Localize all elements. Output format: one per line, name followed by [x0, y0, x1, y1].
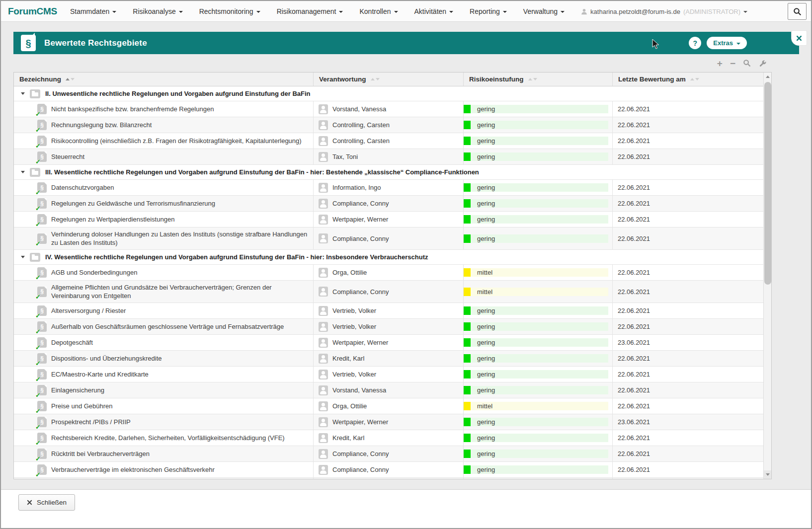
search-icon: [793, 7, 802, 16]
risikoeinstufung-cell: mittel: [464, 265, 613, 280]
scrollbar-thumb[interactable]: [764, 82, 771, 285]
table-row[interactable]: §Rechtsbereich Kredite, Darlehen, Sicher…: [14, 430, 763, 446]
close-button[interactable]: Schließen: [18, 494, 75, 511]
global-search-button[interactable]: [788, 3, 807, 20]
table-row[interactable]: §Verbraucherverträge im elektronischen G…: [14, 462, 763, 478]
risk-color-bar: [464, 199, 471, 208]
risikoeinstufung-cell: gering: [464, 351, 613, 366]
chevron-down-icon: [112, 11, 116, 13]
paragraph-check-icon: §: [37, 337, 47, 348]
risk-label: gering: [471, 465, 495, 474]
verantwortung-cell: Vorstand, Vanessa: [314, 382, 464, 398]
risk-label: gering: [471, 370, 495, 378]
group-row[interactable]: II. Unwesentliche rechtliche Regelungen …: [14, 86, 763, 101]
column-header-letzte-bewertung-am[interactable]: Letzte Bewertung am: [613, 73, 763, 86]
extras-button[interactable]: Extras: [707, 37, 747, 49]
menu-item-risikoanalyse[interactable]: Risikoanalyse: [133, 7, 182, 15]
verantwortung-cell: Compliance, Conny: [314, 281, 464, 302]
scroll-down-icon[interactable]: [764, 470, 772, 479]
app-logo[interactable]: ForumCMS: [8, 6, 57, 17]
help-button[interactable]: ?: [689, 37, 701, 49]
table-row[interactable]: §Prospektrecht /PIBs / PRIIPWertpapier, …: [14, 414, 763, 430]
risikoeinstufung-cell: gering: [464, 319, 613, 334]
column-header-risikoeinstufung[interactable]: Risikoeinstufung: [464, 73, 613, 86]
menu-item-verwaltung[interactable]: Verwaltung: [523, 7, 565, 15]
rechtsgebiet-name-cell: §Prospektrecht /PIBs / PRIIP: [14, 414, 314, 430]
table-row[interactable]: §AGB und SonderbedingungenOrga, Ottiliem…: [14, 265, 763, 281]
table-row[interactable]: §Verhinderung doloser Handlungen zu Last…: [14, 227, 763, 250]
table-row[interactable]: §EinlagensicherungVorstand, Vanessagerin…: [14, 382, 763, 398]
table-row[interactable]: §Regelungen zu Geldwäsche und Terrorismu…: [14, 196, 763, 212]
table-row[interactable]: §Preise und GebührenOrga, Ottiliemittel2…: [14, 398, 763, 414]
letzte-bewertung-cell: 22.06.2021: [613, 367, 763, 382]
user-menu[interactable]: katharina.petzoldt@forum-is.de (ADMINIST…: [581, 1, 747, 22]
person-icon: [319, 152, 328, 162]
sort-icons: [528, 78, 537, 80]
paragraph-check-icon: §: [37, 267, 47, 278]
vertical-scrollbar[interactable]: [763, 73, 772, 479]
search-icon[interactable]: [743, 59, 751, 67]
table-row[interactable]: §Allgemeine Pflichten und Grundsätze bei…: [14, 281, 763, 303]
wrench-icon[interactable]: [758, 59, 766, 67]
menu-item-kontrollen[interactable]: Kontrollen: [359, 7, 398, 15]
chevron-down-icon: [561, 11, 565, 13]
group-label: II. Unwesentliche rechtliche Regelungen …: [45, 90, 311, 97]
table-row[interactable]: §Regelungen zu Wertpapierdienstleistunge…: [14, 212, 763, 227]
column-header-verantwortung[interactable]: Verantwortung: [314, 73, 464, 86]
table-row[interactable]: §Werbung und WettbewerbsrechtMarketing, …: [14, 478, 763, 479]
chevron-down-icon: [743, 11, 747, 13]
rechtsgebiet-name-cell: §Depotgeschäft: [14, 335, 314, 350]
letzte-bewertung-cell: 22.06.2021: [613, 462, 763, 477]
table-row[interactable]: §Risikocontrolling (einschließlich z.B. …: [14, 133, 763, 149]
person-icon: [319, 401, 328, 411]
menu-item-reporting[interactable]: Reporting: [470, 7, 507, 15]
risikoeinstufung-cell: gering: [464, 196, 613, 211]
person-icon: [319, 104, 328, 114]
close-panel-button[interactable]: [791, 30, 807, 46]
table-row[interactable]: §DepotgeschäftWertpapier, Wernergering23…: [14, 335, 763, 351]
table-row[interactable]: §Dispositions- und ÜberziehungskrediteKr…: [14, 351, 763, 367]
collapse-caret-icon[interactable]: [21, 92, 25, 95]
panel-header: § Bewertete Rechtsgebiete ? Extras: [13, 32, 799, 54]
column-header-bezeichnung[interactable]: Bezeichnung: [14, 73, 314, 86]
group-row[interactable]: IV. Wesentliche rechtliche Regelungen un…: [14, 250, 763, 265]
scroll-up-icon[interactable]: [764, 73, 772, 81]
table-row[interactable]: §SteuerrechtTax, Tonigering22.06.2021: [14, 149, 763, 165]
menu-item-stammdaten[interactable]: Stammdaten: [70, 7, 116, 15]
risk-label: gering: [471, 234, 495, 243]
letzte-bewertung-cell: 22.06.2021: [613, 212, 763, 227]
risikoeinstufung-cell: gering: [464, 101, 613, 117]
table-row[interactable]: §Außerhalb von Geschäftsräumen geschloss…: [14, 319, 763, 335]
verantwortung-cell: Compliance, Conny: [314, 227, 464, 249]
table-row[interactable]: §DatenschutzvorgabenInformation, Ingoger…: [14, 180, 763, 196]
table-row[interactable]: §Rücktritt bei VerbraucherverträgenCompl…: [14, 446, 763, 462]
paragraph-check-icon: §: [37, 287, 47, 297]
risk-label: mittel: [471, 268, 492, 277]
table-row[interactable]: §Rechnungslegung bzw. BilanzrechtControl…: [14, 117, 763, 133]
verantwortung-cell: Vertrieb, Volker: [314, 303, 464, 318]
group-label: IV. Wesentliche rechtliche Regelungen un…: [45, 253, 428, 261]
verantwortung-cell: Vertrieb, Volker: [314, 367, 464, 382]
group-row[interactable]: III. Wesentliche rechtliche Regelungen u…: [14, 165, 763, 180]
add-icon[interactable]: +: [717, 59, 723, 68]
collapse-caret-icon[interactable]: [21, 256, 25, 258]
table-row[interactable]: §EC/Maestro-Karte und KreditkarteVertrie…: [14, 367, 763, 382]
minus-icon[interactable]: −: [730, 59, 735, 68]
table-row[interactable]: §Altersversorgung / RiesterVertrieb, Vol…: [14, 303, 763, 319]
paragraph-document-icon: §: [21, 35, 36, 51]
risk-color-bar: [464, 183, 471, 192]
risk-color-bar: [464, 288, 471, 296]
person-icon: [319, 433, 328, 443]
risikoeinstufung-cell: gering: [464, 446, 613, 461]
menu-item-aktivitten[interactable]: Aktivitäten: [414, 7, 454, 15]
rechtsgebiet-name-cell: §Altersversorgung / Riester: [14, 303, 314, 318]
menu-item-rechtsmonitoring[interactable]: Rechtsmonitoring: [199, 7, 260, 15]
person-icon: [319, 215, 328, 225]
collapse-caret-icon[interactable]: [21, 171, 25, 173]
letzte-bewertung-cell: 22.06.2021: [613, 398, 763, 414]
risikoeinstufung-cell: gering: [464, 462, 613, 477]
risk-label: gering: [471, 418, 495, 426]
menu-item-risikomanagement[interactable]: Risikomanagement: [277, 7, 343, 15]
table-row[interactable]: §Nicht bankspezifische bzw. branchenfrem…: [14, 101, 763, 117]
rechtsgebiet-name-cell: §Rücktritt bei Verbraucherverträgen: [14, 446, 314, 461]
